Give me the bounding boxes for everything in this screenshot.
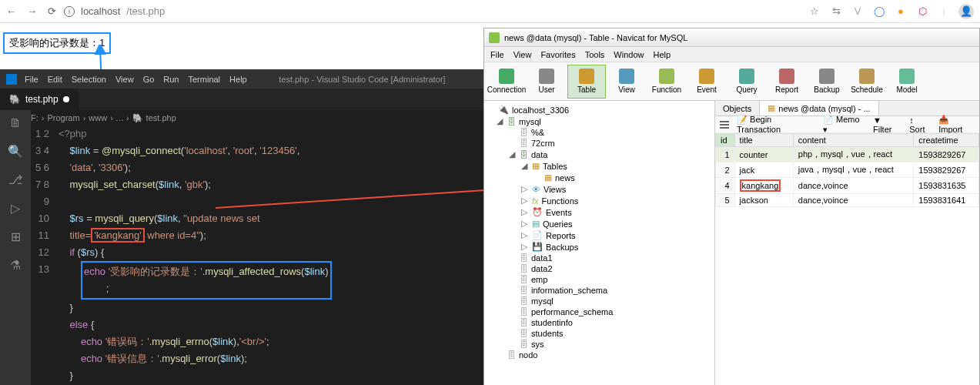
table-row[interactable]: 4kangkangdance,voince1593831635 (716, 178, 979, 194)
tree-db[interactable]: ◢🗄mysql (484, 116, 714, 127)
tree-db[interactable]: 🗄nodo (484, 350, 714, 360)
toolbar-backup[interactable]: Backup (808, 65, 846, 99)
menu-tools[interactable]: Tools (585, 50, 605, 59)
ext-icon[interactable]: V (851, 5, 865, 17)
tree-table-news[interactable]: ▦news (484, 172, 714, 183)
table-row[interactable]: 1counterphp，mysql，vue，react1593829267 (716, 147, 979, 162)
table-row[interactable]: 5jacksondance,voince1593831641 (716, 194, 979, 207)
tree-folder[interactable]: ▷fxFunctions (484, 195, 714, 206)
address-bar[interactable]: i localhost/test.php (64, 5, 800, 17)
toolbar-event[interactable]: Event (687, 65, 726, 99)
toolbar-model[interactable]: Model (888, 65, 926, 99)
info-icon[interactable]: i (64, 6, 75, 17)
tree-db[interactable]: 🗄information_schema (484, 285, 714, 296)
menu-view[interactable]: View (115, 75, 134, 84)
explorer-icon[interactable]: 🗎 (9, 116, 22, 130)
vscode-menu[interactable]: File Edit Selection View Go Run Terminal… (25, 75, 247, 84)
scm-icon[interactable]: ⎇ (8, 172, 22, 187)
filter-button[interactable]: ▼ Filter (873, 116, 901, 134)
tree-db[interactable]: 🗄performance_schema (484, 306, 714, 317)
toolbar-user[interactable]: User (527, 65, 566, 99)
ext-icon[interactable]: ⇆ (829, 5, 843, 17)
tree-db[interactable]: 🗄data2 (484, 263, 714, 274)
menu-favorites[interactable]: Favorites (540, 50, 575, 59)
sort-button[interactable]: ↕ Sort (909, 116, 931, 134)
tree-db[interactable]: 🗄%& (484, 127, 714, 138)
tree-connection[interactable]: 🔌localhost_3306 (484, 104, 714, 116)
reload-icon[interactable]: ⟳ (48, 5, 56, 17)
toolbar-query[interactable]: Query (727, 65, 766, 99)
tree-folder[interactable]: ▷▤Queries (484, 218, 714, 229)
forward-icon[interactable]: → (27, 5, 37, 17)
browser-toolbar: ← → ⟳ i localhost/test.php ☆ ⇆ V ◯ ● ⬡ |… (0, 0, 980, 23)
toolbar-connection[interactable]: Connection (487, 65, 526, 99)
editor[interactable]: 1 2 3 4 5 6 7 8 9 10 11 12 13 <?php $lin… (31, 126, 483, 385)
toolbar-function[interactable]: Function (647, 65, 686, 99)
url-path: /test.php (126, 5, 165, 17)
tree-db[interactable]: 🗄sys (484, 339, 714, 350)
tree-folder-tables[interactable]: ◢▦Tables (484, 160, 714, 172)
editor-tab[interactable]: 🐘 test.php (0, 89, 79, 110)
toolbar-report[interactable]: Report (768, 65, 806, 99)
import-button[interactable]: 📥 Import (938, 115, 975, 134)
tree-db[interactable]: 🗄studentinfo (484, 317, 714, 328)
ext-icon[interactable]: ⬡ (915, 5, 929, 17)
test-icon[interactable]: ⚗ (10, 258, 21, 273)
connection-tree[interactable]: 🔌localhost_3306 ◢🗄mysql 🗄%& 🗄72crm ◢🗄dat… (484, 101, 715, 385)
menu-window[interactable]: Window (614, 50, 644, 59)
navicat-menu[interactable]: File View Favorites Tools Window Help (484, 47, 979, 62)
menu-help[interactable]: Help (653, 50, 671, 59)
tab-objects[interactable]: Objects (715, 101, 760, 116)
toolbar-schedule[interactable]: Schedule (848, 65, 886, 99)
menu-view[interactable]: View (513, 50, 532, 59)
col-id[interactable]: id (716, 134, 735, 147)
hamburger-icon[interactable] (720, 121, 729, 129)
tree-db[interactable]: ◢🗄data (484, 149, 714, 160)
search-icon[interactable]: 🔍 (8, 144, 23, 159)
col-title[interactable]: title (734, 134, 793, 147)
tree-folder[interactable]: ▷💾Backups (484, 241, 714, 253)
menu-terminal[interactable]: Terminal (189, 75, 221, 84)
tree-db[interactable]: 🗄72crm (484, 138, 714, 149)
highlight-title: kangkang (740, 179, 781, 192)
menu-edit[interactable]: Edit (48, 75, 62, 84)
vscode-logo-icon (6, 74, 17, 85)
col-createtime[interactable]: createtime (914, 134, 979, 147)
divider: | (937, 5, 951, 17)
tree-db[interactable]: 🗄students (484, 328, 714, 339)
toolbar-table[interactable]: Table (567, 65, 606, 99)
begin-transaction-button[interactable]: 📝 Begin Transaction (737, 115, 815, 134)
memo-button[interactable]: 📄 Memo ▾ (823, 115, 865, 135)
tree-folder[interactable]: ▷📄Reports (484, 229, 714, 241)
menu-file[interactable]: File (25, 75, 38, 84)
tab-news[interactable]: ▦news @data (mysql) - ... (760, 101, 878, 116)
profile-icon[interactable]: 👤 (958, 4, 974, 19)
tree-folder[interactable]: ▷⏰Events (484, 206, 714, 218)
browser-extensions: ☆ ⇆ V ◯ ● ⬡ | 👤 (808, 4, 974, 19)
menu-help[interactable]: Help (229, 75, 247, 84)
back-icon[interactable]: ← (6, 5, 16, 17)
tree-folder[interactable]: ▷👁Views (484, 183, 714, 195)
debug-icon[interactable]: ▷ (11, 201, 20, 216)
star-icon[interactable]: ☆ (808, 5, 821, 17)
navicat-title: news @data (mysql) - Table - Navicat for… (504, 33, 687, 42)
tree-db[interactable]: 🗄data1 (484, 253, 714, 263)
navicat-toolbar: ConnectionUserTableViewFunctionEventQuer… (484, 62, 979, 101)
vscode-window: File Edit Selection View Go Run Terminal… (0, 69, 483, 385)
data-grid[interactable]: id title content createtime 1counterphp，… (715, 133, 979, 385)
menu-selection[interactable]: Selection (72, 75, 106, 84)
breadcrumb[interactable]: F: › Program › www › … › 🐘 test.php (0, 110, 483, 126)
navicat-titlebar: news @data (mysql) - Table - Navicat for… (484, 28, 979, 47)
tree-db[interactable]: 🗄emp (484, 274, 714, 285)
menu-go[interactable]: Go (143, 75, 155, 84)
menu-run[interactable]: Run (163, 75, 179, 84)
menu-file[interactable]: File (490, 50, 504, 59)
table-row[interactable]: 2jackjava，mysql，vue，react1593829267 (716, 162, 979, 178)
col-content[interactable]: content (793, 134, 914, 147)
toolbar-view[interactable]: View (607, 65, 646, 99)
ext-icon[interactable]: ● (894, 5, 908, 17)
tree-db[interactable]: 🗄mysql (484, 296, 714, 306)
ext-icon[interactable]: ◯ (872, 5, 886, 17)
code-content[interactable]: <?php $link = @mysqli_connect('localhost… (59, 126, 483, 385)
extensions-icon[interactable]: ⊞ (11, 229, 21, 244)
